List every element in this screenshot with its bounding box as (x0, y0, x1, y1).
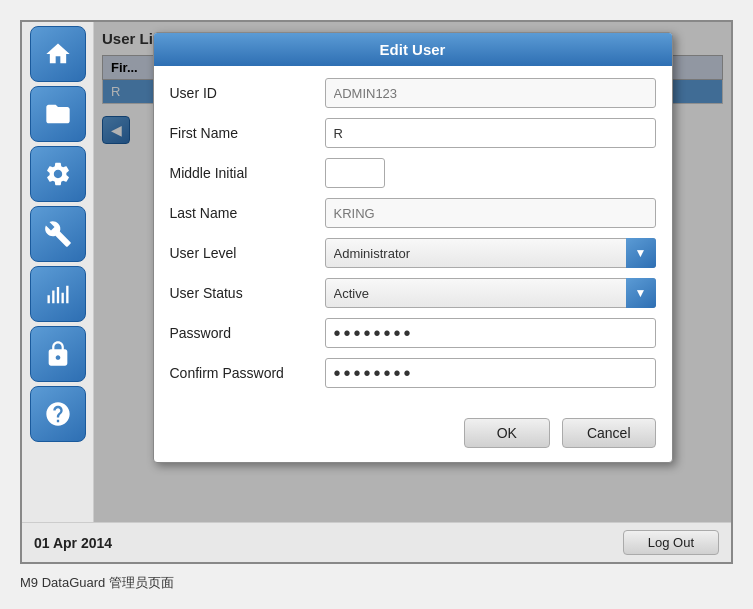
cancel-button[interactable]: Cancel (562, 418, 656, 448)
field-lastname (325, 198, 656, 228)
label-userstatus: User Status (170, 285, 325, 301)
label-userlevel: User Level (170, 245, 325, 261)
input-confirmpassword[interactable] (325, 358, 656, 388)
modal-body: User ID First Name (154, 66, 672, 410)
form-row-confirmpassword: Confirm Password (170, 358, 656, 388)
logout-button[interactable]: Log Out (623, 530, 719, 555)
sidebar-btn-lock[interactable] (30, 326, 86, 382)
form-row-userid: User ID (170, 78, 656, 108)
label-lastname: Last Name (170, 205, 325, 221)
sidebar-btn-help[interactable] (30, 386, 86, 442)
input-userid[interactable] (325, 78, 656, 108)
select-wrapper-userstatus: Active Inactive ▼ (325, 278, 656, 308)
form-row-password: Password (170, 318, 656, 348)
form-row-userstatus: User Status Active Inactive ▼ (170, 278, 656, 308)
field-userid (325, 78, 656, 108)
form-row-userlevel: User Level Administrator Operator Viewer (170, 238, 656, 268)
modal-overlay: Edit User User ID First N (94, 22, 731, 522)
form-row-firstname: First Name (170, 118, 656, 148)
label-firstname: First Name (170, 125, 325, 141)
label-userid: User ID (170, 85, 325, 101)
field-userlevel: Administrator Operator Viewer ▼ (325, 238, 656, 268)
field-userstatus: Active Inactive ▼ (325, 278, 656, 308)
sidebar-btn-analytics[interactable] (30, 266, 86, 322)
input-firstname[interactable] (325, 118, 656, 148)
select-userlevel[interactable]: Administrator Operator Viewer (325, 238, 656, 268)
status-bar: 01 Apr 2014 Log Out (22, 522, 731, 562)
label-password: Password (170, 325, 325, 341)
sidebar-btn-settings[interactable] (30, 146, 86, 202)
input-lastname[interactable] (325, 198, 656, 228)
status-date: 01 Apr 2014 (34, 535, 112, 551)
ok-button[interactable]: OK (464, 418, 550, 448)
label-confirmpassword: Confirm Password (170, 365, 325, 381)
label-middleinitial: Middle Initial (170, 165, 325, 181)
sidebar (22, 22, 94, 522)
input-middleinitial[interactable] (325, 158, 385, 188)
field-firstname (325, 118, 656, 148)
content-area: User Li... Fir... R (94, 22, 731, 522)
sidebar-btn-folder[interactable] (30, 86, 86, 142)
select-userstatus[interactable]: Active Inactive (325, 278, 656, 308)
input-password[interactable] (325, 318, 656, 348)
edit-user-modal: Edit User User ID First N (153, 32, 673, 463)
field-middleinitial (325, 158, 656, 188)
app-body: User Li... Fir... R (22, 22, 731, 522)
form-row-lastname: Last Name (170, 198, 656, 228)
select-wrapper-userlevel: Administrator Operator Viewer ▼ (325, 238, 656, 268)
modal-header: Edit User (154, 33, 672, 66)
app-container: User Li... Fir... R (20, 20, 733, 564)
modal-footer: OK Cancel (154, 410, 672, 462)
field-password (325, 318, 656, 348)
app-layout: User Li... Fir... R (22, 22, 731, 562)
field-confirmpassword (325, 358, 656, 388)
sidebar-btn-home[interactable] (30, 26, 86, 82)
sidebar-btn-tools[interactable] (30, 206, 86, 262)
caption: M9 DataGuard 管理员页面 (20, 574, 174, 592)
form-row-middleinitial: Middle Initial (170, 158, 656, 188)
